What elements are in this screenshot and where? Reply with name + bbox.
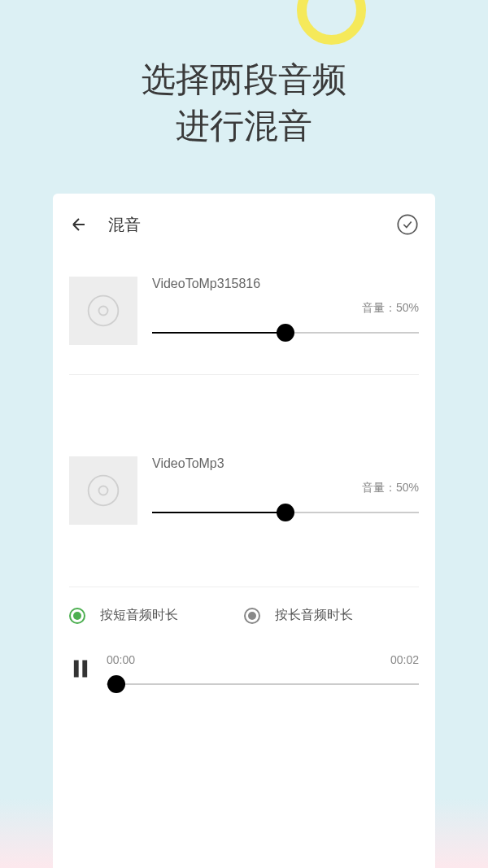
duration-short-option[interactable]: 按短音频时长 (69, 607, 244, 624)
audio-player: 00:00 00:02 (69, 653, 419, 684)
volume-slider[interactable] (152, 324, 419, 342)
duration-mode-group: 按短音频时长 按长音频时长 (69, 587, 419, 624)
audio-track-1: VideoToMp315816 音量：50% (69, 277, 419, 375)
radio-icon (69, 608, 85, 624)
track-thumbnail (69, 456, 137, 525)
track-thumbnail (69, 277, 137, 345)
svg-point-0 (398, 215, 416, 233)
radio-label: 按长音频时长 (275, 607, 353, 624)
pause-button[interactable] (69, 657, 92, 680)
screen-title: 混音 (108, 214, 396, 236)
decorative-circle (297, 0, 366, 45)
page-heading: 选择两段音频 进行混音 (0, 57, 488, 149)
app-window: 混音 VideoToMp315816 音量：50% (53, 194, 435, 868)
volume-label: 音量：50% (152, 301, 419, 316)
volume-slider[interactable] (152, 504, 419, 521)
back-arrow-icon[interactable] (69, 215, 89, 234)
track-name: VideoToMp3 (152, 456, 419, 471)
track-content: VideoToMp315816 音量：50% (152, 277, 419, 345)
radio-icon (244, 608, 260, 624)
track-name: VideoToMp315816 (152, 277, 419, 291)
svg-rect-6 (82, 661, 87, 678)
radio-label: 按短音频时长 (100, 607, 178, 624)
duration-long-option[interactable]: 按长音频时长 (244, 607, 419, 624)
volume-label: 音量：50% (152, 481, 419, 495)
svg-rect-5 (74, 661, 79, 678)
app-header: 混音 (69, 213, 419, 236)
confirm-button[interactable] (396, 213, 419, 236)
svg-point-1 (89, 296, 119, 326)
track-content: VideoToMp3 音量：50% (152, 456, 419, 525)
total-time: 00:02 (383, 653, 419, 666)
heading-line-2: 进行混音 (0, 103, 488, 150)
svg-point-4 (99, 486, 108, 495)
current-time: 00:00 (107, 653, 142, 666)
svg-point-2 (99, 307, 108, 316)
heading-line-1: 选择两段音频 (0, 57, 488, 103)
audio-track-2: VideoToMp3 音量：50% (69, 456, 419, 554)
svg-point-3 (89, 476, 119, 506)
